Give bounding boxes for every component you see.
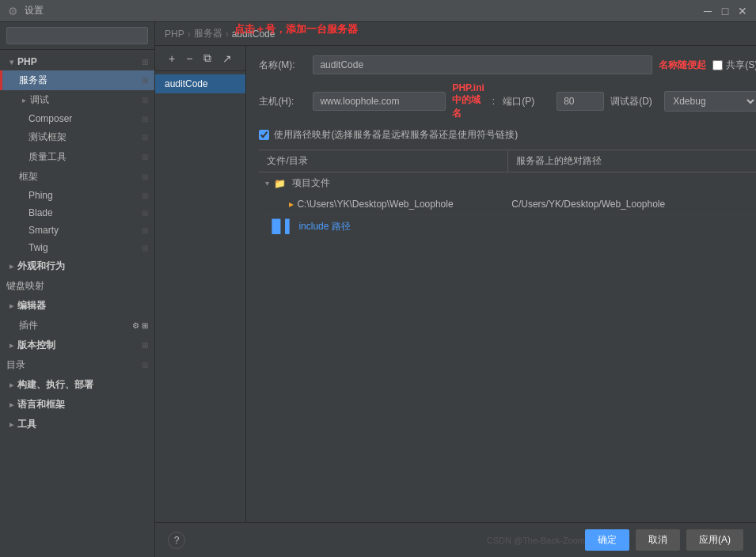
sidebar-item-phing[interactable]: Phing ⊞ [0, 187, 154, 204]
host-input[interactable] [313, 92, 446, 111]
port-input[interactable] [557, 92, 604, 111]
path-mapping-label: 使用路径映射(选择服务器是远程服务器还是使用符号链接) [274, 128, 518, 142]
copy-server-button[interactable]: ⧉ [199, 49, 215, 67]
name-row: 名称(M): 名称随便起 共享(S) [259, 55, 756, 74]
sidebar-item-twig[interactable]: Twig ⊞ [0, 239, 154, 256]
group-arrow-icon: ▾ [265, 179, 269, 188]
name-input[interactable] [313, 55, 652, 74]
sidebar-item-plugins[interactable]: 插件 ⚙ ⊞ [0, 316, 154, 335]
share-checkbox[interactable] [712, 60, 723, 70]
colon-separator: : [492, 96, 495, 107]
export-server-button[interactable]: ↗ [218, 50, 236, 67]
window-title: 设置 [25, 4, 44, 17]
sidebar-item-editor[interactable]: ▸ 编辑器 [0, 296, 154, 316]
remote-path-cell: C/Users/YK/Desktop/Web_Loophole [508, 197, 750, 211]
sub-panel: + − ⧉ ↗ auditCode 名称(M): [155, 46, 756, 522]
sidebar: ▾ PHP ⊞ 服务器 ⊞ ▸ 调试 ⊞ Composer [0, 22, 155, 557]
share-label: 共享(S) [726, 59, 756, 72]
sidebar-item-quality-tools[interactable]: 质量工具 ⊞ [0, 147, 154, 167]
breadcrumb-current: auditCode [232, 28, 275, 40]
nav-tree: ▾ PHP ⊞ 服务器 ⊞ ▸ 调试 ⊞ Composer [0, 50, 154, 557]
appearance-arrow-icon: ▸ [6, 262, 16, 271]
name-annotation: 名称随便起 [659, 59, 706, 72]
arrow-right-icon: ▸ [19, 96, 28, 104]
share-row: 共享(S) [712, 59, 756, 72]
framework-pin-icon: ⊞ [142, 172, 148, 181]
sidebar-item-language[interactable]: ▸ 语言和框架 [0, 395, 154, 415]
sidebar-item-test-framework[interactable]: 测试框架 ⊞ [0, 127, 154, 147]
sidebar-item-composer[interactable]: Composer ⊞ [0, 110, 154, 127]
sidebar-item-server[interactable]: 服务器 ⊞ [0, 70, 154, 90]
bottom-left: ? [168, 532, 185, 549]
php-ini-annotation: PHP.ini中的域名 [452, 82, 484, 120]
phing-pin-icon: ⊞ [142, 191, 148, 200]
composer-pin-icon: ⊞ [142, 115, 148, 123]
local-path-cell: ▸ C:\Users\YK\Desktop\Web_Loophole [267, 197, 508, 211]
arrow-down-icon: ▾ [6, 58, 16, 66]
app-logo-icon: ⚙ [8, 5, 18, 17]
project-files-group[interactable]: ▾ 📁 项目文件 [259, 172, 756, 194]
vcs-arrow-icon: ▸ [6, 341, 16, 350]
search-box [0, 22, 154, 50]
row-folder-icon: ▸ [289, 199, 294, 210]
dir-pin-icon: ⊞ [142, 361, 148, 369]
bottom-bar: ? CSDN @The-Back-Zoom 确定 取消 应用(A) [155, 522, 756, 557]
smarty-pin-icon: ⊞ [142, 226, 148, 235]
sidebar-item-build[interactable]: ▸ 构建、执行、部署 [0, 375, 154, 395]
search-input[interactable] [6, 27, 148, 44]
close-button[interactable]: ✕ [737, 6, 748, 17]
blade-pin-icon: ⊞ [142, 209, 148, 218]
folder-icon: 📁 [274, 178, 286, 189]
minimize-button[interactable]: ─ [702, 6, 713, 17]
plugins-lang-icon: ⚙ ⊞ [132, 321, 148, 330]
quality-pin-icon: ⊞ [142, 153, 148, 161]
vcs-pin-icon: ⊞ [142, 341, 148, 350]
sidebar-item-php[interactable]: ▾ PHP ⊞ [0, 53, 154, 70]
sidebar-item-framework[interactable]: 框架 ⊞ [0, 167, 154, 187]
add-server-button[interactable]: + [165, 50, 179, 67]
host-row: 主机(H): PHP.ini中的域名 : 端口(P) 调试器(D) Xdebug… [259, 82, 756, 120]
window-controls: ─ □ ✕ [702, 6, 748, 17]
sidebar-item-debug[interactable]: ▸ 调试 ⊞ [0, 90, 154, 110]
include-path-label: include 路径 [298, 220, 350, 233]
sidebar-item-smarty[interactable]: Smarty ⊞ [0, 222, 154, 239]
tools-arrow-icon: ▸ [6, 420, 16, 429]
sidebar-item-blade[interactable]: Blade ⊞ [0, 204, 154, 222]
table-row[interactable]: ▸ C:\Users\YK\Desktop\Web_Loophole C/Use… [259, 194, 756, 215]
bottom-buttons: 确定 取消 应用(A) [585, 529, 743, 551]
twig-pin-icon: ⊞ [142, 244, 148, 252]
settings-window: ⚙ 设置 ─ □ ✕ ▾ PHP ⊞ 服务器 [0, 0, 756, 557]
sidebar-item-vcs[interactable]: ▸ 版本控制 ⊞ [0, 335, 154, 355]
help-button[interactable]: ? [168, 532, 185, 549]
breadcrumb-php: PHP [165, 28, 184, 40]
remove-server-button[interactable]: − [182, 50, 196, 67]
cancel-button[interactable]: 取消 [636, 529, 680, 551]
sidebar-item-keymap[interactable]: 键盘映射 [0, 276, 154, 296]
restore-button[interactable]: □ [720, 6, 731, 17]
test-pin-icon: ⊞ [142, 133, 148, 142]
sidebar-item-appearance[interactable]: ▸ 外观和行为 [0, 256, 154, 276]
form-panel: 名称(M): 名称随便起 共享(S) 主机(H): [246, 46, 756, 522]
sidebar-item-tools[interactable]: ▸ 工具 [0, 415, 154, 434]
col-header-server-path: 服务器上的绝对路径 [508, 150, 756, 172]
breadcrumb-sep2: › [226, 28, 229, 40]
breadcrumb: PHP › 服务器 › auditCode [155, 22, 756, 46]
server-list-item[interactable]: auditCode [155, 74, 245, 93]
path-mapping-checkbox[interactable] [259, 130, 269, 140]
right-panel: PHP › 服务器 › auditCode 点击＋号，添加一台服务器 + − [155, 22, 756, 557]
host-label: 主机(H): [259, 95, 306, 108]
debugger-label: 调试器(D) [610, 95, 658, 108]
apply-button[interactable]: 应用(A) [686, 529, 743, 551]
server-toolbar: + − ⧉ ↗ [155, 46, 245, 71]
watermark: CSDN @The-Back-Zoom [185, 536, 585, 545]
debugger-select[interactable]: Xdebug Zend Debugger [664, 91, 756, 112]
sidebar-item-directory[interactable]: 目录 ⊞ [0, 355, 154, 375]
table-body: ▾ 📁 项目文件 ▸ C:\Users\YK\Desktop\Web_Looph… [259, 172, 756, 513]
lang-arrow-icon: ▸ [6, 400, 16, 409]
breadcrumb-sep1: › [188, 28, 191, 40]
file-table: 文件/目录 服务器上的绝对路径 ▾ 📁 项目文件 [259, 150, 756, 513]
include-bars-icon: ▐▌▌ [267, 219, 294, 233]
confirm-button[interactable]: 确定 [585, 529, 629, 551]
breadcrumb-server: 服务器 [194, 27, 222, 40]
pin-icon: ⊞ [142, 58, 148, 66]
